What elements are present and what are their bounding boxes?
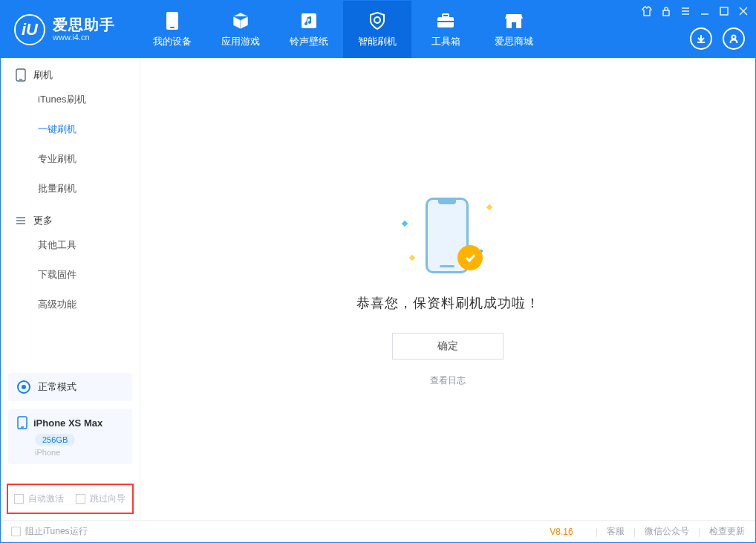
checkbox-auto-activate[interactable]: 自动激活 [14, 492, 64, 505]
sidebar-group-label: 刷机 [33, 68, 53, 82]
sidebar-item-advanced[interactable]: 高级功能 [1, 290, 140, 319]
checkbox-label: 自动激活 [28, 492, 64, 505]
sidebar-item-other-tools[interactable]: 其他工具 [1, 230, 140, 260]
sidebar-item-pro-flash[interactable]: 专业刷机 [1, 144, 140, 174]
device-small-icon [17, 416, 27, 429]
footer-link-support[interactable]: 客服 [607, 525, 625, 538]
svg-rect-6 [437, 21, 454, 22]
check-circle-icon [457, 245, 483, 270]
music-icon [299, 11, 319, 30]
tab-ringtones-wallpapers[interactable]: 铃声壁纸 [275, 1, 343, 58]
svg-point-17 [732, 36, 736, 39]
ok-button[interactable]: 确定 [392, 333, 504, 360]
tab-label: 我的设备 [153, 35, 192, 48]
footer-link-wechat[interactable]: 微信公众号 [645, 525, 689, 538]
mode-dot-icon [17, 380, 30, 394]
svg-rect-5 [443, 14, 449, 17]
mode-label: 正常模式 [38, 380, 76, 394]
device-icon [163, 11, 182, 30]
app-header: iU 爱思助手 www.i4.cn 我的设备 应用游戏 铃声壁纸 智能刷机 工具… [1, 1, 755, 58]
phone-small-icon [16, 68, 26, 82]
device-type: iPhone [35, 448, 123, 457]
device-card[interactable]: iPhone XS Max 256GB iPhone [8, 409, 132, 464]
checkbox-label: 跳过向导 [90, 492, 126, 505]
mode-card[interactable]: 正常模式 [8, 373, 132, 401]
toolbox-icon [436, 11, 455, 30]
highlight-box: 自动激活 跳过向导 [7, 484, 134, 514]
checkbox-icon [14, 494, 24, 504]
tab-label: 智能刷机 [358, 35, 397, 48]
cube-icon [231, 11, 250, 30]
tab-store[interactable]: 爱思商城 [480, 1, 548, 58]
svg-point-3 [374, 17, 380, 23]
svg-rect-14 [720, 7, 728, 15]
sidebar: 刷机 iTunes刷机 一键刷机 专业刷机 批量刷机 更多 其他工具 下载固件 … [1, 58, 140, 520]
sidebar-group-more: 更多 [1, 204, 140, 230]
status-bar: 阻止iTunes运行 V8.16 | 客服 | 微信公众号 | 检查更新 [1, 520, 755, 542]
sidebar-item-batch-flash[interactable]: 批量刷机 [1, 174, 140, 204]
lock-icon[interactable] [660, 5, 672, 17]
tab-apps-games[interactable]: 应用游戏 [206, 1, 275, 58]
main-content: 恭喜您，保资料刷机成功啦！ 确定 查看日志 [140, 58, 755, 520]
list-icon [16, 215, 26, 226]
menu-icon[interactable] [680, 5, 691, 17]
checkbox-block-itunes[interactable]: 阻止iTunes运行 [11, 525, 88, 538]
checkbox-skip-wizard[interactable]: 跳过向导 [76, 492, 126, 505]
checkbox-label: 阻止iTunes运行 [25, 525, 88, 538]
tab-label: 工具箱 [431, 35, 460, 48]
shirt-icon[interactable] [641, 5, 653, 17]
header-tabs: 我的设备 应用游戏 铃声壁纸 智能刷机 工具箱 爱思商城 [138, 1, 548, 58]
sidebar-item-one-click-flash[interactable]: 一键刷机 [1, 114, 140, 144]
user-button[interactable] [723, 27, 745, 50]
minimize-button[interactable] [699, 5, 711, 17]
svg-rect-8 [512, 22, 516, 28]
version-label: V8.16 [550, 527, 573, 537]
checkbox-icon [11, 527, 21, 536]
logo-subtitle: www.i4.cn [53, 33, 115, 42]
download-button[interactable] [690, 27, 712, 50]
close-button[interactable] [737, 5, 749, 17]
success-message: 恭喜您，保资料刷机成功啦！ [356, 294, 540, 312]
maximize-button[interactable] [718, 5, 730, 17]
sidebar-item-download-firmware[interactable]: 下载固件 [1, 260, 140, 290]
footer-link-update[interactable]: 检查更新 [709, 525, 745, 538]
shield-icon [368, 11, 387, 30]
checkbox-icon [76, 494, 85, 504]
tab-label: 爱思商城 [495, 35, 533, 48]
tab-smart-flash[interactable]: 智能刷机 [343, 1, 411, 58]
success-illustration [400, 192, 496, 281]
svg-rect-9 [663, 10, 669, 16]
tab-toolbox[interactable]: 工具箱 [411, 1, 480, 58]
tab-label: 铃声壁纸 [290, 35, 328, 48]
logo-title: 爱思助手 [53, 16, 115, 33]
svg-rect-2 [302, 13, 316, 28]
tab-my-device[interactable]: 我的设备 [138, 1, 206, 58]
app-logo: iU 爱思助手 www.i4.cn [1, 1, 138, 58]
logo-badge-icon: iU [14, 14, 45, 45]
view-log-link[interactable]: 查看日志 [430, 374, 466, 387]
tab-label: 应用游戏 [221, 35, 260, 48]
sidebar-item-itunes-flash[interactable]: iTunes刷机 [1, 85, 140, 114]
device-name: iPhone XS Max [33, 417, 102, 429]
sidebar-group-label: 更多 [33, 214, 53, 227]
shop-icon [504, 11, 524, 30]
sidebar-group-flash: 刷机 [1, 58, 140, 85]
header-right-icons [690, 27, 745, 50]
svg-rect-1 [170, 27, 175, 28]
device-storage-badge: 256GB [35, 434, 75, 446]
window-controls [641, 5, 749, 17]
